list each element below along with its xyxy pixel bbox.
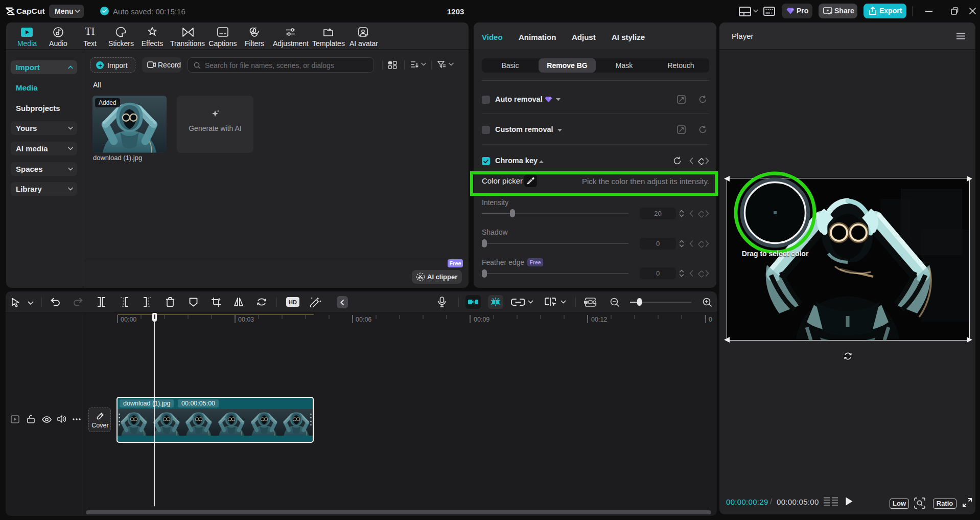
svg-text:00:03: 00:03	[238, 316, 254, 323]
svg-text:00:06: 00:06	[356, 316, 371, 323]
svg-text:0: 0	[709, 316, 712, 323]
svg-text:00:12: 00:12	[591, 316, 607, 323]
svg-text:HD: HD	[289, 299, 297, 305]
svg-text:00:00: 00:00	[121, 316, 136, 323]
svg-text:00:09: 00:09	[474, 316, 489, 323]
